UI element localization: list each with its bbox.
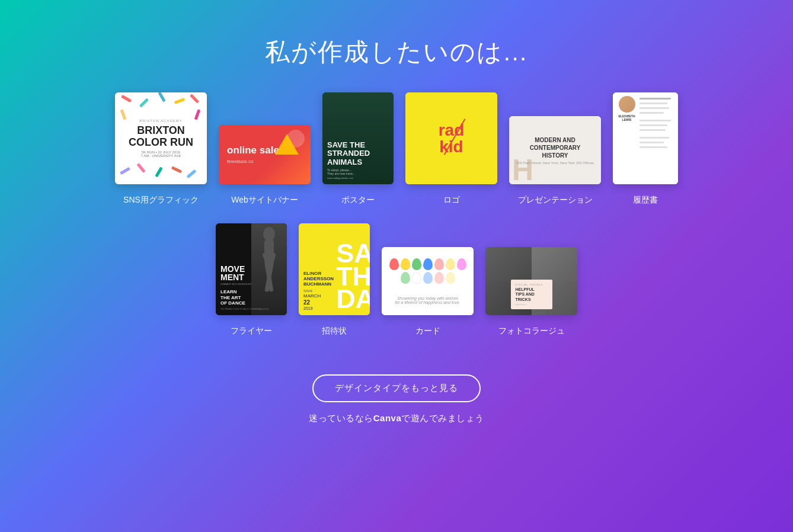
label-banner: Webサイトバナー: [231, 195, 298, 206]
pres-main-title: MODERN ANDCONTEMPORARYHISTORY: [530, 136, 581, 159]
thumbnail-logo[interactable]: rad kid: [405, 92, 497, 184]
poster-main-text: SAVE THESTRANDEDANIMALS: [327, 141, 370, 166]
invite-month-text: MARCH: [303, 293, 334, 299]
thumbnail-banner[interactable]: online sale finestsale.co: [219, 125, 311, 184]
invite-big-save-text: SAVETHEDATE: [336, 242, 370, 310]
flyer-learn-text: LEARNTHE ARTOF DANCE: [220, 289, 245, 306]
label-card: カード: [415, 326, 440, 336]
page-title: 私が作成したいのは...: [265, 36, 527, 69]
label-resume: 履歴書: [633, 195, 658, 206]
grid-row-1: BRIXTON ACADEMY BRIXTONCOLOR RUN 5K RUN …: [115, 92, 678, 206]
sns-academy-text: BRIXTON ACADEMY: [139, 119, 183, 123]
canva-prefix: 迷っているなら: [309, 413, 373, 423]
design-type-grid: BRIXTON ACADEMY BRIXTONCOLOR RUN 5K RUN …: [115, 92, 678, 342]
collage-url-text: www.canva.co: [516, 303, 548, 306]
item-invite[interactable]: ELINORANDERSSONBUCHMANN SAVE MARCH 22 20…: [299, 223, 370, 336]
collage-title-text: HELPFULTIPS ANDTRICKS: [516, 287, 548, 302]
banner-main-text: online sale: [227, 145, 279, 156]
thumbnail-sns[interactable]: BRIXTON ACADEMY BRIXTONCOLOR RUN 5K RUN …: [115, 92, 207, 184]
flyer-movement-text: MOVEMENT: [220, 265, 245, 281]
poster-url-text: www.reallygreatvibe.com: [327, 177, 370, 180]
flyer-subtitle-text: SUMMER 2019 WORKSHOP: [220, 283, 252, 286]
banner-sub-text: finestsale.co: [227, 159, 253, 164]
card-message-text: Showering you today with wishesfor a lif…: [395, 296, 460, 305]
thumbnail-flyer[interactable]: MOVEMENT SUMMER 2019 WORKSHOP LEARNTHE A…: [216, 223, 287, 315]
grid-row-2: MOVEMENT SUMMER 2019 WORKSHOP LEARNTHE A…: [216, 223, 577, 336]
svg-point-0: [263, 227, 275, 241]
thumbnail-pres[interactable]: H MODERN ANDCONTEMPORARYHISTORY 200 Park…: [509, 116, 601, 184]
item-card[interactable]: Showering you today with wishesfor a lif…: [382, 247, 474, 336]
item-logo[interactable]: rad kid ロゴ: [405, 92, 497, 206]
canva-promo-text: 迷っているならCanvaで遊んでみましょう: [309, 413, 484, 424]
canva-brand: Canva: [373, 413, 402, 423]
more-designs-button[interactable]: デザインタイプをもっと見る: [312, 374, 481, 402]
invite-day-text: 22: [303, 299, 334, 306]
canva-suffix: で遊んでみましょう: [401, 413, 484, 423]
item-banner[interactable]: online sale finestsale.co Webサイトバナー: [219, 125, 311, 206]
card-drops: [386, 258, 469, 284]
resume-avatar-img: [619, 96, 635, 113]
item-flyer[interactable]: MOVEMENT SUMMER 2019 WORKSHOP LEARNTHE A…: [216, 223, 287, 336]
sns-main-text: BRIXTONCOLOR RUN: [129, 125, 193, 149]
thumbnail-card[interactable]: Showering you today with wishesfor a lif…: [382, 247, 474, 315]
label-poster: ポスター: [341, 195, 375, 206]
label-logo: ロゴ: [443, 195, 460, 206]
thumbnail-invite[interactable]: ELINORANDERSSONBUCHMANN SAVE MARCH 22 20…: [299, 223, 370, 315]
label-collage: フォトコラージュ: [498, 326, 565, 336]
item-pres[interactable]: H MODERN ANDCONTEMPORARYHISTORY 200 Park…: [509, 116, 601, 206]
resume-name-text: ELIZABETHLEWIS: [618, 114, 635, 121]
flyer-footer-text: THE PREMIER HOUSE OF BALLET | PREMIERBAL…: [220, 308, 268, 310]
item-collage[interactable]: DIGITAL TRENDS HELPFULTIPS ANDTRICKS www…: [485, 247, 577, 336]
label-flyer: フライヤー: [231, 326, 272, 336]
item-resume[interactable]: ELIZABETHLEWIS: [613, 92, 678, 206]
poster-sub-text: To adopt, please...They are now more...: [327, 168, 370, 175]
invite-year-text: 2019: [303, 306, 334, 310]
invite-author-text: ELINORANDERSSONBUCHMANN: [303, 271, 334, 287]
label-invite: 招待状: [322, 326, 347, 336]
collage-tag-text: DIGITAL TRENDS: [516, 283, 548, 286]
thumbnail-collage[interactable]: DIGITAL TRENDS HELPFULTIPS ANDTRICKS www…: [485, 247, 577, 315]
thumbnail-poster[interactable]: SAVE THESTRANDEDANIMALS To adopt, please…: [322, 92, 394, 184]
pres-address: 200 Park Street, New York, New York 200 …: [516, 161, 594, 165]
label-pres: プレゼンテーション: [518, 195, 593, 206]
invite-save-label: SAVE: [303, 289, 334, 293]
thumbnail-resume[interactable]: ELIZABETHLEWIS: [613, 92, 678, 184]
bottom-section: デザインタイプをもっと見る 迷っているならCanvaで遊んでみましょう: [309, 357, 484, 424]
item-sns[interactable]: BRIXTON ACADEMY BRIXTONCOLOR RUN 5K RUN …: [115, 92, 207, 206]
item-poster[interactable]: SAVE THESTRANDEDANIMALS To adopt, please…: [322, 92, 394, 206]
label-sns: SNS用グラフィック: [123, 195, 199, 206]
sns-date-text: 5K RUN • 22 JULY 20197 AM - UNIVERSITY A…: [141, 150, 181, 158]
